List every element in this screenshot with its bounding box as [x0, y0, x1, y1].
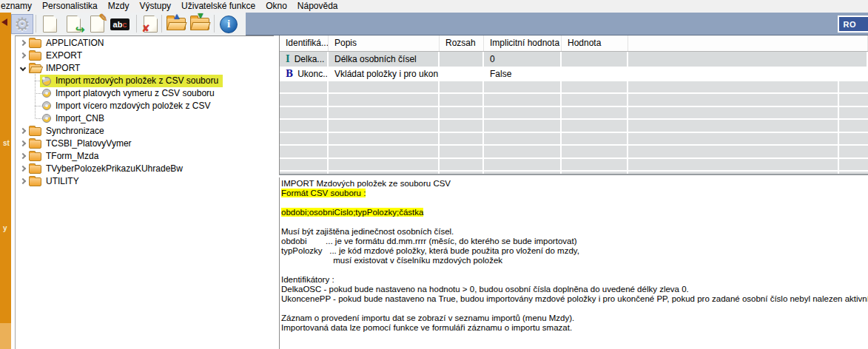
chevron-right-icon[interactable]	[20, 128, 26, 134]
export-folder-button[interactable]: ▲	[165, 14, 187, 34]
table-row[interactable]: BUkonc... Vkládat položky i pro ukon... …	[280, 67, 868, 81]
tree-item-label: IMPORT	[46, 62, 80, 75]
chevron-right-icon[interactable]	[20, 52, 26, 58]
application-window: eznamy Personalistika Mzdy Výstupy Uživa…	[0, 0, 868, 349]
edit-document-button[interactable]: ✎	[87, 14, 107, 34]
document-edit-icon: ✎	[90, 16, 104, 33]
highlighted-text: obdobi;osobniCislo;typPolozky;částka	[281, 208, 423, 217]
column-header-implicitni-hodnota[interactable]: Implicitní hodnota	[484, 35, 562, 51]
menu-item-vystupy[interactable]: Výstupy	[134, 0, 176, 13]
new-document-icon	[43, 16, 57, 33]
tree-item-label: EXPORT	[46, 50, 82, 62]
tree-item-label: UTILITY	[46, 175, 79, 188]
docked-panel-tab[interactable]: st y	[0, 13, 11, 349]
blue-up-arrow-icon: ▲	[172, 12, 181, 21]
tree-item-label: Import mzdových položek z CSV souboru	[55, 75, 218, 87]
tree-item-label: APPLICATION	[46, 37, 104, 50]
grid-column-line	[482, 81, 484, 174]
chevron-right-icon[interactable]	[20, 178, 26, 184]
tree-item-import-mzdovych-polozek[interactable]: Import mzdových položek z CSV souboru	[16, 75, 274, 87]
pencil-icon: ✎	[99, 13, 108, 23]
menu-bar: eznamy Personalistika Mzdy Výstupy Uživa…	[0, 0, 868, 13]
tree-item-import-platovych-vymeru[interactable]: Import platovych vymeru z CSV souboru	[16, 87, 274, 100]
hodnota-cell[interactable]	[562, 52, 628, 67]
grid-empty-area	[280, 81, 868, 174]
identifier-cell: BUkonc...	[280, 67, 329, 81]
chevron-down-icon[interactable]	[20, 65, 26, 71]
green-arrow-icon: ↪	[75, 24, 85, 35]
popis-cell: Délka osobních čísel	[329, 52, 440, 67]
folder-icon	[29, 39, 41, 48]
settings-button[interactable]: ⚙	[11, 14, 33, 34]
function-icon	[42, 89, 51, 98]
collapse-panel-arrow-icon[interactable]	[1, 18, 7, 26]
title-band: RO	[246, 13, 868, 35]
column-header-identifikator[interactable]: Identifiká...	[280, 35, 329, 51]
toolbar-separator	[36, 15, 36, 33]
menu-item-napoveda[interactable]: Nápověda	[292, 0, 343, 13]
tree-item-import-cnb[interactable]: Import_CNB	[16, 112, 274, 125]
new-document-button[interactable]	[39, 14, 60, 34]
parameter-grid: Identifiká... Popis Rozsah Implicitní ho…	[279, 35, 868, 175]
docked-tab-label-fragment: y	[3, 224, 7, 232]
folder-import-icon: ▼	[190, 18, 209, 30]
tree-item-tvyberpolozek[interactable]: TVyberPolozekPrikazuKUhradeBw	[16, 163, 274, 175]
folder-icon	[29, 165, 41, 174]
menu-item-uzivatelske-funkce[interactable]: Uživatelské funkce	[176, 0, 260, 13]
green-down-arrow-icon: ▼	[196, 11, 205, 20]
tree-item-application[interactable]: APPLICATION	[16, 37, 274, 50]
rename-button[interactable]: abc	[107, 14, 132, 34]
tree-item-label: Import platovych vymeru z CSV souboru	[55, 87, 215, 100]
chevron-right-icon[interactable]	[20, 166, 26, 172]
tree-item-import-vicero[interactable]: Import vícero mzdových položek z CSV	[16, 100, 274, 112]
abc-red-part: c	[122, 20, 127, 29]
menu-item-okno[interactable]: Okno	[260, 0, 292, 13]
folder-icon	[29, 177, 41, 186]
menu-item-seznamy[interactable]: eznamy	[0, 0, 37, 13]
function-tree-panel: APPLICATION EXPORT IMPORT Import mzdovýc…	[15, 35, 274, 349]
tree-item-utility[interactable]: UTILITY	[16, 175, 274, 188]
tree-item-tcsbi-platovyvymer[interactable]: TCSBI_PlatovyVymer	[16, 138, 274, 150]
chevron-right-icon[interactable]	[20, 153, 26, 159]
window-badge: RO	[838, 16, 868, 33]
chevron-right-icon[interactable]	[20, 40, 26, 46]
description-line: Importovaná data lze pomocí funkce ve fo…	[280, 323, 868, 333]
grid-column-line	[327, 81, 329, 174]
description-line: Záznam o provedení importu dat se zobraz…	[280, 314, 868, 323]
tree-item-import[interactable]: IMPORT	[16, 62, 274, 75]
menu-item-personalistika[interactable]: Personalistika	[37, 0, 103, 13]
folder-icon	[29, 52, 41, 61]
function-icon	[42, 101, 51, 110]
docked-tab-segment[interactable]	[0, 323, 11, 349]
tree-item-tform-mzda[interactable]: TForm_Mzda	[16, 150, 274, 163]
red-x-icon: ✘	[142, 24, 150, 33]
menu-item-mzdy[interactable]: Mzdy	[103, 0, 135, 13]
description-line	[280, 217, 868, 227]
tree-item-export[interactable]: EXPORT	[16, 50, 274, 62]
function-description-panel: IMPORT Mzdových položek ze souboru CSV F…	[279, 177, 868, 349]
grid-column-line	[438, 81, 440, 174]
info-button[interactable]: i	[218, 14, 239, 34]
hodnota-cell[interactable]	[562, 67, 628, 81]
open-document-button[interactable]: ↪	[63, 14, 84, 34]
description-line: obdobi ... je ve formátu dd.mm.rrrr (měs…	[280, 237, 868, 246]
grid-column-line	[627, 81, 628, 174]
chevron-right-icon[interactable]	[20, 140, 26, 146]
tree-item-label: Import vícero mzdových položek z CSV	[55, 100, 210, 112]
table-row[interactable]: IDelka... Délka osobních čísel 0	[280, 52, 868, 67]
column-header-rozsah[interactable]: Rozsah	[440, 35, 484, 51]
toolbar: ⚙ ↪ ✎ abc ✘ ▲	[11, 13, 246, 35]
description-line	[280, 304, 868, 314]
tree-item-synchronizace[interactable]: Synchronizace	[16, 125, 274, 138]
delete-document-button[interactable]: ✘	[140, 14, 161, 34]
description-line: Formát CSV souboru :	[280, 189, 868, 198]
column-header-empty	[628, 35, 868, 51]
import-folder-button[interactable]: ▼	[189, 14, 211, 34]
column-header-hodnota[interactable]: Hodnota	[562, 35, 628, 51]
column-header-popis[interactable]: Popis	[329, 35, 440, 51]
popis-cell: Vkládat položky i pro ukon...	[329, 67, 440, 81]
tree-connector	[35, 106, 41, 106]
description-line: Musí být zajištěna jedinečnost osobních …	[280, 227, 868, 237]
folder-icon	[29, 140, 41, 149]
description-line: DelkaOSC - pokud bude nastaveno na hodno…	[280, 285, 868, 294]
